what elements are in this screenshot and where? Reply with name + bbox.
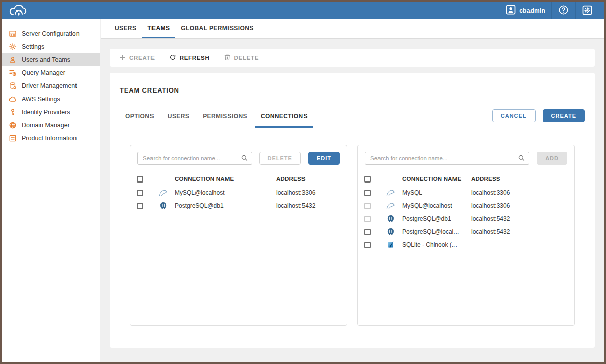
- database-icon: [8, 82, 17, 90]
- address-cell: localhost:3306: [276, 186, 347, 199]
- tab-teams[interactable]: TEAMS: [142, 19, 175, 38]
- connection-name-cell: MySQL@localhost: [175, 186, 276, 199]
- user-avatar-icon: [506, 5, 516, 17]
- connection-name-cell: MySQL: [402, 186, 471, 199]
- cloudbeaver-logo[interactable]: [7, 2, 30, 19]
- row-checkbox[interactable]: [364, 216, 371, 222]
- delete-connection-button[interactable]: DELETE: [259, 152, 301, 165]
- connection-search: [137, 152, 252, 165]
- create-button[interactable]: CREATE: [543, 109, 585, 122]
- teams-toolbar: CREATEREFRESHDELETE: [110, 49, 595, 67]
- connection-search: [365, 152, 529, 165]
- connection-row[interactable]: SQLite - Chinook (...: [358, 238, 574, 251]
- topbar: cbadmin: [2, 2, 604, 19]
- connection-name-cell: PostgreSQL@local...: [402, 225, 471, 238]
- refresh-button[interactable]: REFRESH: [169, 54, 210, 62]
- row-checkbox[interactable]: [137, 203, 143, 209]
- sidebar-item-label: AWS Settings: [22, 96, 60, 103]
- teams-content: CREATEREFRESHDELETE TEAM CREATION OPTION…: [101, 39, 604, 348]
- user-icon: [8, 56, 17, 64]
- team-connections-table: CONNECTION NAME ADDRESS MySQL@localhostl…: [130, 172, 347, 212]
- team-creation-tab-users[interactable]: USERS: [162, 113, 195, 128]
- team-creation-tabs-row: OPTIONSUSERSPERMISSIONSCONNECTIONS CANCE…: [120, 104, 585, 127]
- row-checkbox[interactable]: [364, 190, 371, 196]
- tab-users[interactable]: USERS: [109, 19, 142, 38]
- connection-row[interactable]: PostgreSQL@db1localhost:5432: [358, 212, 574, 225]
- sidebar-item-product-information[interactable]: Product Information: [2, 132, 100, 145]
- column-header-address: ADDRESS: [471, 172, 574, 186]
- delete-button[interactable]: DELETE: [224, 54, 259, 62]
- refresh-icon: [169, 54, 176, 62]
- admin-tabbar: USERSTEAMSGLOBAL PERMISSIONS: [101, 19, 604, 39]
- address-cell: localhost:3306: [471, 186, 574, 199]
- sidebar-item-driver-management[interactable]: Driver Management: [2, 79, 100, 93]
- postgresql-icon: [387, 228, 395, 235]
- connections-panels: DELETE EDIT CONNECTION NAME ADDRESS: [130, 145, 575, 326]
- info-icon: [8, 134, 17, 142]
- row-checkbox[interactable]: [137, 190, 143, 196]
- address-cell: localhost:3306: [471, 199, 574, 212]
- team-creation-actions: CANCEL CREATE: [492, 109, 585, 122]
- sidebar-item-settings[interactable]: Settings: [2, 40, 100, 53]
- team-connections-panel: DELETE EDIT CONNECTION NAME ADDRESS: [130, 145, 347, 326]
- sidebar-item-label: Users and Teams: [22, 56, 70, 63]
- mysql-icon: [386, 202, 395, 209]
- add-connection-button[interactable]: ADD: [537, 152, 567, 165]
- address-cell: [471, 238, 574, 251]
- connection-name-cell: PostgreSQL@db1: [175, 199, 276, 212]
- connection-name-cell: PostgreSQL@db1: [402, 212, 471, 225]
- edit-connection-button[interactable]: EDIT: [308, 152, 340, 165]
- team-creation-tab-permissions[interactable]: PERMISSIONS: [197, 113, 253, 128]
- sqlite-icon: [387, 241, 395, 248]
- main-area: USERSTEAMSGLOBAL PERMISSIONS CREATEREFRE…: [101, 19, 604, 362]
- connection-row[interactable]: MySQL@localhostlocalhost:3306: [358, 199, 574, 212]
- team-creation-tab-connections[interactable]: CONNECTIONS: [255, 113, 313, 128]
- team-connections-toolbar: DELETE EDIT: [130, 145, 347, 172]
- available-connections-toolbar: ADD: [358, 145, 574, 172]
- mysql-icon: [386, 189, 395, 196]
- sidebar-item-label: Driver Management: [22, 82, 77, 89]
- connection-row[interactable]: PostgreSQL@db1localhost:5432: [130, 199, 347, 212]
- sidebar-item-label: Query Manager: [22, 69, 65, 76]
- team-creation-tab-options[interactable]: OPTIONS: [120, 113, 160, 128]
- connection-row[interactable]: MySQLlocalhost:3306: [358, 186, 574, 199]
- row-checkbox[interactable]: [364, 242, 371, 248]
- query-manager-icon: [8, 69, 17, 77]
- gear-icon: [8, 43, 17, 51]
- sidebar-item-label: Settings: [22, 43, 44, 50]
- select-all-checkbox[interactable]: [364, 176, 371, 183]
- search-icon: [518, 154, 525, 164]
- address-cell: localhost:5432: [276, 199, 347, 212]
- row-checkbox[interactable]: [364, 229, 371, 235]
- column-header-connection-name: CONNECTION NAME: [402, 172, 471, 186]
- create-button[interactable]: CREATE: [119, 54, 155, 62]
- connection-row[interactable]: MySQL@localhostlocalhost:3306: [130, 186, 347, 199]
- team-creation-card: TEAM CREATION OPTIONSUSERSPERMISSIONSCON…: [110, 73, 595, 348]
- sidebar-item-label: Identity Providers: [22, 109, 70, 116]
- sidebar-item-query-manager[interactable]: Query Manager: [2, 66, 100, 79]
- key-icon: [8, 108, 17, 116]
- plus-icon: [119, 54, 126, 62]
- select-all-checkbox[interactable]: [137, 176, 143, 183]
- username: cbadmin: [519, 7, 545, 14]
- sidebar-item-aws-settings[interactable]: AWS Settings: [2, 93, 100, 106]
- address-cell: localhost:5432: [471, 225, 574, 238]
- toolbar-button-label: REFRESH: [180, 55, 210, 61]
- connection-search-input[interactable]: [137, 152, 252, 165]
- row-checkbox[interactable]: [364, 203, 371, 209]
- sidebar: Server ConfigurationSettingsUsers and Te…: [2, 19, 100, 362]
- user-menu[interactable]: cbadmin: [500, 5, 551, 17]
- sidebar-item-domain-manager[interactable]: Domain Manager: [2, 119, 100, 132]
- help-button[interactable]: [552, 2, 575, 19]
- connection-search-input[interactable]: [365, 152, 529, 165]
- sidebar-item-identity-providers[interactable]: Identity Providers: [2, 106, 100, 119]
- sidebar-item-server-configuration[interactable]: Server Configuration: [2, 27, 100, 40]
- connection-row[interactable]: PostgreSQL@local...localhost:5432: [358, 225, 574, 238]
- tab-global-permissions[interactable]: GLOBAL PERMISSIONS: [175, 19, 259, 38]
- connection-name-cell: MySQL@localhost: [402, 199, 471, 212]
- cancel-button[interactable]: CANCEL: [492, 109, 536, 122]
- admin-settings-button[interactable]: [576, 2, 599, 19]
- trash-icon: [224, 54, 231, 62]
- cloud-icon: [8, 95, 17, 103]
- sidebar-item-users-and-teams[interactable]: Users and Teams: [2, 53, 100, 66]
